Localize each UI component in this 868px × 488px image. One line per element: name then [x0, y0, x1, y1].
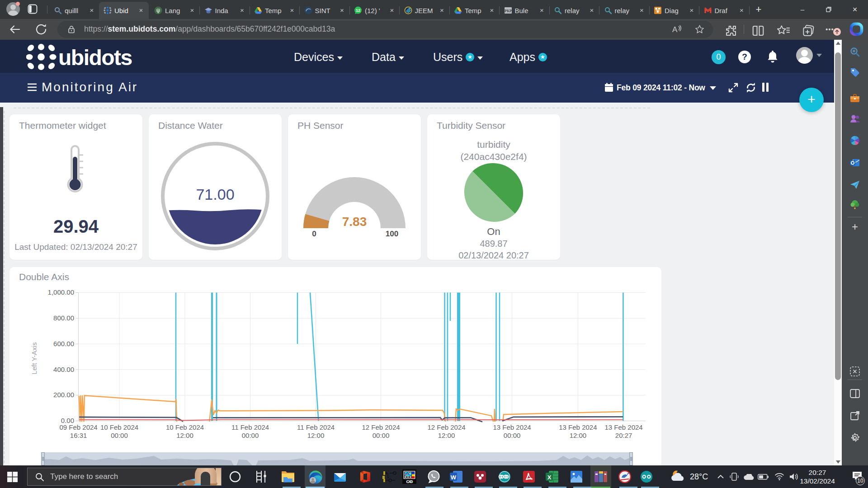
svg-text:12 Feb 2024: 12 Feb 2024: [362, 423, 400, 431]
svg-text:12:00: 12:00: [570, 432, 587, 439]
svg-text:00:00: 00:00: [111, 432, 128, 439]
svg-text:1,000.00: 1,000.00: [48, 288, 74, 296]
svg-text:16:31: 16:31: [70, 432, 87, 439]
svg-text:12 Feb 2024: 12 Feb 2024: [427, 423, 465, 431]
svg-text:12:00: 12:00: [176, 432, 193, 439]
svg-text:800.00: 800.00: [53, 314, 74, 322]
svg-text:13 Feb 2024: 13 Feb 2024: [493, 423, 531, 431]
svg-text:13 Feb 2024: 13 Feb 2024: [559, 423, 597, 431]
svg-text:20:27: 20:27: [615, 432, 632, 439]
svg-text:X: X: [547, 474, 552, 481]
svg-text:400.00: 400.00: [53, 366, 74, 373]
svg-text:PKP: PKP: [505, 9, 512, 13]
svg-text:600.00: 600.00: [53, 340, 74, 347]
svg-text:12:00: 12:00: [307, 432, 325, 439]
svg-text:W: W: [451, 474, 457, 481]
svg-text:13 Feb 2024: 13 Feb 2024: [604, 423, 642, 431]
svg-text:CXD: CXD: [406, 479, 413, 484]
svg-text:00:00: 00:00: [373, 432, 390, 439]
svg-text:7.83: 7.83: [342, 215, 367, 229]
svg-text:00:00: 00:00: [504, 432, 521, 439]
svg-text:12: 12: [356, 8, 360, 13]
svg-text:09 Feb 2024: 09 Feb 2024: [59, 423, 97, 431]
svg-text:71.00: 71.00: [196, 186, 234, 203]
svg-text:10 Feb 2024: 10 Feb 2024: [100, 423, 138, 431]
svg-text:12:00: 12:00: [438, 432, 455, 439]
svg-text:ubidots: ubidots: [58, 46, 132, 70]
svg-text:11 Feb 2024: 11 Feb 2024: [297, 423, 335, 431]
svg-text:200.00: 200.00: [53, 391, 74, 399]
svg-text:10 Feb 2024: 10 Feb 2024: [166, 423, 204, 431]
svg-text:A: A: [672, 25, 678, 34]
svg-text:00:00: 00:00: [242, 432, 259, 439]
svg-text:11 Feb 2024: 11 Feb 2024: [231, 423, 269, 431]
svg-text:Left Y-Axis: Left Y-Axis: [30, 343, 38, 375]
